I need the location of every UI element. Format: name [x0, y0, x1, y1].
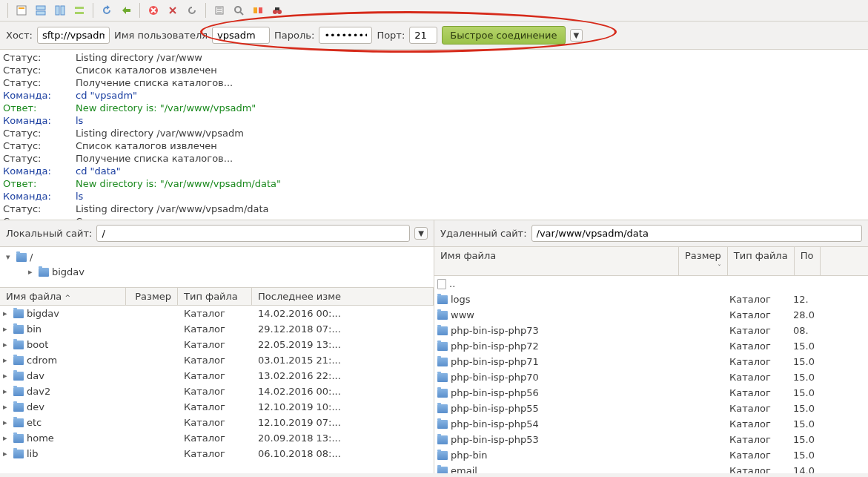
svg-rect-0	[17, 6, 26, 15]
list-item[interactable]: php-bin-isp-php54Каталог15.0	[434, 416, 868, 432]
message-log: Статус:Listing directory /var/wwwСтатус:…	[0, 50, 868, 220]
reconnect-icon[interactable]	[185, 3, 199, 18]
col-name[interactable]: Имя файла ^	[0, 288, 126, 305]
user-input[interactable]	[212, 27, 270, 44]
local-pane: ▾/ ▸bigdav Имя файла ^ Размер Тип файла …	[0, 247, 434, 473]
port-input[interactable]	[409, 27, 437, 44]
list-item[interactable]: ▸davКаталог13.02.2016 22:...	[0, 368, 434, 384]
svg-rect-4	[56, 6, 59, 15]
pass-input[interactable]	[319, 27, 372, 44]
toggle-tree-icon[interactable]	[53, 3, 67, 18]
list-item[interactable]: ..	[434, 276, 868, 292]
remote-path-input[interactable]	[531, 225, 862, 242]
quickconnect-button[interactable]: Быстрое соединение	[442, 26, 565, 45]
list-item[interactable]: wwwКаталог28.0	[434, 307, 868, 323]
list-item[interactable]: ▸etcКаталог12.10.2019 07:...	[0, 415, 434, 430]
quickconnect-bar: Хост: Имя пользователя Пароль: Порт: Быс…	[0, 22, 868, 50]
process-queue-icon[interactable]	[119, 3, 133, 18]
list-item[interactable]: ▸bigdavКаталог14.02.2016 00:...	[0, 306, 434, 321]
sitemanager-icon[interactable]	[14, 3, 29, 18]
svg-rect-3	[36, 11, 45, 15]
list-item[interactable]: ▸homeКаталог20.09.2018 13:...	[0, 430, 434, 446]
list-item[interactable]: logsКаталог12.	[434, 292, 868, 307]
user-label: Имя пользователя	[114, 30, 208, 41]
refresh-icon[interactable]	[99, 3, 114, 18]
separator	[7, 3, 8, 18]
local-path-dropdown[interactable]: ▼	[414, 227, 428, 240]
sort-asc-icon: ^	[64, 294, 70, 301]
local-path-label: Локальный сайт:	[6, 228, 92, 239]
main-toolbar	[0, 0, 868, 22]
separator	[93, 3, 93, 18]
sort-desc-icon: ˇ	[718, 264, 721, 272]
folder-icon	[16, 253, 27, 262]
list-item[interactable]: ▸binКаталог29.12.2018 07:...	[0, 321, 434, 337]
remote-pane: Имя файла Размер ˇ Тип файла По ..logsКа…	[434, 247, 868, 473]
filter-icon[interactable]	[212, 3, 227, 18]
folder-icon	[39, 268, 49, 277]
col-name[interactable]: Имя файла	[434, 247, 679, 275]
svg-rect-2	[36, 6, 45, 10]
path-bars: Локальный сайт: ▼ Удаленный сайт:	[0, 220, 868, 247]
remote-file-header: Имя файла Размер ˇ Тип файла По	[434, 247, 868, 276]
cancel-icon[interactable]	[146, 3, 161, 18]
remote-file-list[interactable]: ..logsКаталог12.wwwКаталог28.0php-bin-is…	[434, 276, 868, 473]
list-item[interactable]: php-bin-isp-php71Каталог15.0	[434, 354, 868, 369]
svg-rect-11	[254, 7, 257, 13]
list-item[interactable]: ▸cdromКаталог03.01.2015 21:...	[0, 352, 434, 368]
local-path-panel: Локальный сайт: ▼	[0, 220, 434, 246]
list-item[interactable]: emailКаталог14.0	[434, 463, 868, 473]
svg-rect-12	[259, 7, 262, 13]
disconnect-icon[interactable]	[165, 3, 180, 18]
col-size[interactable]: Размер	[126, 288, 178, 305]
list-item[interactable]: php-bin-isp-php53Каталог15.0	[434, 432, 868, 447]
list-item[interactable]: php-bin-isp-php72Каталог15.0	[434, 338, 868, 354]
col-type[interactable]: Тип файла	[728, 247, 795, 275]
list-item[interactable]: php-bin-isp-php70Каталог15.0	[434, 369, 868, 385]
col-type[interactable]: Тип файла	[178, 288, 252, 305]
binoculars-icon[interactable]	[270, 3, 285, 18]
list-item[interactable]: ▸bootКаталог22.05.2019 13:...	[0, 337, 434, 352]
tree-item[interactable]: bigdav	[52, 265, 85, 280]
compare-icon[interactable]	[251, 3, 265, 18]
list-item[interactable]: ▸devКаталог12.10.2019 10:...	[0, 399, 434, 415]
remote-path-panel: Удаленный сайт:	[434, 220, 868, 246]
list-item[interactable]: ▸dav2Каталог14.02.2016 00:...	[0, 384, 434, 399]
host-input[interactable]	[37, 27, 110, 44]
toggle-queue-icon[interactable]	[72, 3, 87, 18]
separator	[139, 3, 140, 18]
list-item[interactable]: php-bin-isp-php73Каталог08.	[434, 323, 868, 338]
remote-path-label: Удаленный сайт:	[440, 228, 527, 239]
search-icon[interactable]	[231, 3, 246, 18]
host-label: Хост:	[6, 30, 33, 41]
list-item[interactable]: php-binКаталог15.0	[434, 447, 868, 463]
tree-expand-icon[interactable]: ▸	[28, 265, 36, 280]
svg-point-10	[235, 7, 241, 13]
list-item[interactable]: php-bin-isp-php55Каталог15.0	[434, 401, 868, 416]
svg-rect-1	[19, 7, 24, 9]
port-label: Порт:	[377, 30, 405, 41]
local-file-list[interactable]: ▸bigdavКаталог14.02.2016 00:...▸binКатал…	[0, 306, 434, 473]
separator	[205, 3, 206, 18]
col-size[interactable]: Размер ˇ	[679, 247, 728, 275]
list-item[interactable]: php-bin-isp-php56Каталог15.0	[434, 385, 868, 401]
toggle-log-icon[interactable]	[33, 3, 48, 18]
local-path-input[interactable]	[96, 225, 410, 242]
tree-collapse-icon[interactable]: ▾	[6, 250, 13, 265]
local-file-header: Имя файла ^ Размер Тип файла Последнее и…	[0, 288, 434, 306]
svg-rect-5	[61, 6, 64, 15]
tree-root[interactable]: /	[30, 250, 33, 265]
quickconnect-dropdown[interactable]: ▼	[570, 29, 583, 42]
svg-rect-6	[75, 7, 84, 9]
pass-label: Пароль:	[274, 30, 314, 41]
col-mod[interactable]: По	[795, 247, 821, 275]
local-tree[interactable]: ▾/ ▸bigdav	[0, 247, 434, 288]
col-mod[interactable]: Последнее изме	[252, 288, 434, 305]
file-panes: ▾/ ▸bigdav Имя файла ^ Размер Тип файла …	[0, 247, 868, 473]
list-item[interactable]: ▸libКаталог06.10.2018 08:...	[0, 446, 434, 461]
svg-rect-15	[275, 7, 279, 10]
svg-rect-7	[75, 12, 84, 14]
